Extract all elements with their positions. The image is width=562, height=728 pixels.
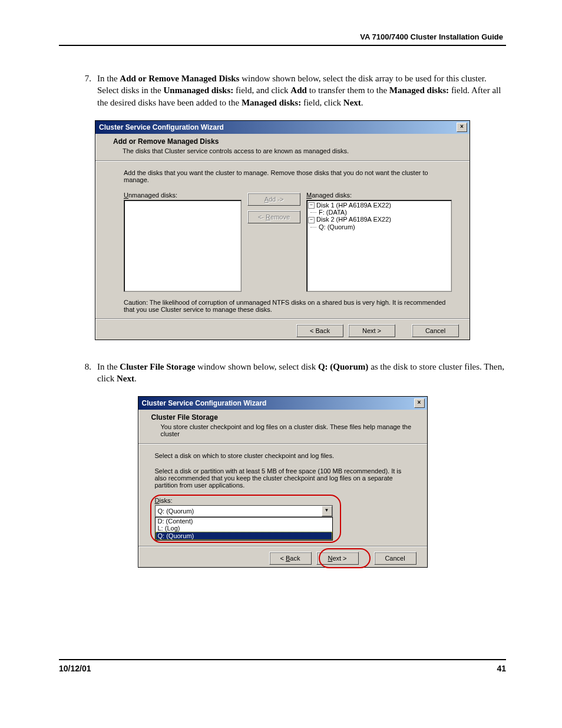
- dialog1-title: Cluster Service Configuration Wizard: [99, 123, 224, 131]
- disks-select-value: Q: (Quorum): [156, 508, 322, 515]
- managed-label: Managed disks:: [306, 192, 452, 199]
- back-button[interactable]: < Back: [296, 324, 343, 337]
- chevron-down-icon[interactable]: ▼: [322, 506, 332, 516]
- page-footer: 10/12/01 41: [59, 664, 506, 673]
- disks-select[interactable]: Q: (Quorum) ▼: [155, 505, 333, 517]
- step-8-text: In the Cluster File Storage window shown…: [97, 361, 506, 385]
- footer-date: 10/12/01: [59, 664, 91, 673]
- disks-dropdown-list[interactable]: D: (Content) L: (Log) Q: (Quorum): [155, 517, 333, 541]
- tree-disk-2[interactable]: −Disk 2 (HP A6189A EX22): [308, 216, 450, 223]
- next-button[interactable]: Next >: [348, 324, 395, 337]
- tree-disk-1[interactable]: −Disk 1 (HP A6189A EX22): [308, 202, 450, 209]
- step-8: 8. In the Cluster File Storage window sh…: [59, 361, 506, 385]
- tree-disk-2-partition[interactable]: Q: (Quorum): [308, 223, 450, 230]
- disks-label: Disks:: [155, 497, 411, 504]
- step-8-number: 8.: [59, 361, 97, 385]
- cancel-button[interactable]: Cancel: [412, 324, 459, 337]
- dialog2-instr1: Select a disk on which to store cluster …: [155, 452, 411, 459]
- back-button[interactable]: < Back: [269, 552, 312, 565]
- next-button[interactable]: Next >: [316, 552, 359, 565]
- page-header: VA 7100/7400 Cluster Installation Guide: [59, 32, 503, 41]
- step-7-text: In the Add or Remove Managed Disks windo…: [97, 73, 506, 108]
- disks-option-content[interactable]: D: (Content): [156, 518, 332, 525]
- cancel-button[interactable]: Cancel: [374, 552, 416, 565]
- dialog1-caution: Caution: The likelihood of corruption of…: [124, 299, 452, 313]
- dialog1-instructions: Add the disks that you want the cluster …: [124, 169, 452, 183]
- footer-page-number: 41: [497, 664, 506, 673]
- managed-listbox[interactable]: −Disk 1 (HP A6189A EX22) F: (DATA) −Disk…: [306, 200, 452, 292]
- dialog1-titlebar: Cluster Service Configuration Wizard ×: [95, 121, 470, 134]
- dialog-add-remove-disks: Cluster Service Configuration Wizard × A…: [95, 120, 470, 340]
- dialog-cluster-file-storage: Cluster Service Configuration Wizard × C…: [138, 396, 428, 568]
- tree-disk-1-partition[interactable]: F: (DATA): [308, 209, 450, 216]
- close-icon[interactable]: ×: [457, 123, 467, 132]
- step-7-number: 7.: [59, 73, 97, 108]
- divider-bottom: [59, 659, 506, 660]
- disks-option-quorum[interactable]: Q: (Quorum): [156, 532, 332, 540]
- disks-option-log[interactable]: L: (Log): [156, 525, 332, 532]
- dialog1-desc: The disks that Cluster service controls …: [113, 147, 457, 154]
- remove-button[interactable]: <- Remove: [247, 210, 300, 223]
- close-icon[interactable]: ×: [414, 398, 425, 408]
- dialog2-title: Cluster Service Configuration Wizard: [142, 399, 267, 407]
- step-7: 7. In the Add or Remove Managed Disks wi…: [59, 73, 506, 108]
- unmanaged-label: Unmanaged disks:: [124, 192, 242, 199]
- divider-top: [59, 45, 506, 46]
- dialog2-desc: You store cluster checkpoint and log fil…: [151, 423, 414, 437]
- dialog1-heading: Add or Remove Managed Disks: [113, 137, 457, 146]
- dialog2-titlebar: Cluster Service Configuration Wizard ×: [138, 397, 427, 410]
- unmanaged-listbox[interactable]: [124, 200, 242, 292]
- dialog2-heading: Cluster File Storage: [151, 413, 414, 421]
- add-button[interactable]: Add ->: [247, 193, 300, 206]
- dialog2-instr2: Select a disk or partition with at least…: [155, 467, 411, 489]
